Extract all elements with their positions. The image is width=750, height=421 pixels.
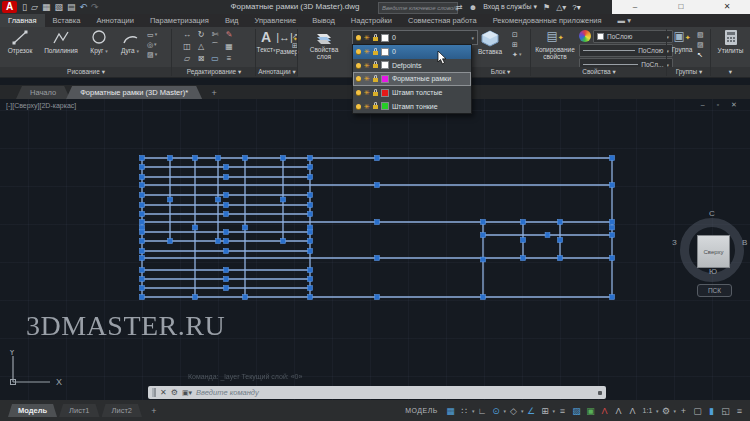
model-space-label[interactable]: МОДЕЛЬ bbox=[405, 407, 438, 414]
grip[interactable] bbox=[521, 220, 526, 225]
grip[interactable] bbox=[224, 239, 229, 244]
grip[interactable] bbox=[140, 256, 145, 261]
layer-on-icon[interactable] bbox=[356, 49, 361, 54]
layer-row-defpoints[interactable]: ✳ Defpoints bbox=[353, 59, 471, 73]
grip[interactable] bbox=[308, 212, 313, 217]
grip[interactable] bbox=[193, 295, 198, 300]
grip[interactable] bbox=[610, 225, 615, 230]
grip[interactable] bbox=[140, 156, 145, 161]
grip[interactable] bbox=[168, 197, 173, 202]
selection-cycling-icon[interactable]: ▣ bbox=[584, 403, 597, 418]
layer-color-swatch[interactable] bbox=[381, 48, 389, 56]
grip[interactable] bbox=[308, 249, 313, 254]
annotation-visibility-icon[interactable]: Λ bbox=[598, 403, 611, 418]
scale-value[interactable]: 1:1 bbox=[640, 403, 655, 418]
grip[interactable] bbox=[610, 156, 615, 161]
grip[interactable] bbox=[375, 295, 380, 300]
grip[interactable] bbox=[168, 239, 173, 244]
grip[interactable] bbox=[375, 183, 380, 188]
grip[interactable] bbox=[308, 175, 313, 180]
layer-freeze-icon[interactable]: ✳ bbox=[364, 89, 370, 96]
grip[interactable] bbox=[610, 183, 615, 188]
grip[interactable] bbox=[308, 286, 313, 291]
chevron-down-icon[interactable]: ▾ bbox=[471, 35, 474, 41]
grip[interactable] bbox=[243, 156, 248, 161]
grip[interactable] bbox=[610, 220, 615, 225]
grip[interactable] bbox=[243, 225, 248, 230]
polar-tracking-icon[interactable]: ⊙ bbox=[489, 403, 502, 418]
grip[interactable] bbox=[140, 225, 145, 230]
grip[interactable] bbox=[308, 203, 313, 208]
layer-freeze-icon[interactable]: ✳ bbox=[364, 62, 370, 69]
layer-freeze-icon[interactable]: ✳ bbox=[364, 75, 370, 82]
layout-tab-list1[interactable]: Лист1 bbox=[59, 404, 99, 417]
grip[interactable] bbox=[558, 256, 563, 261]
grip[interactable] bbox=[375, 256, 380, 261]
grip[interactable] bbox=[140, 249, 145, 254]
annotation-autoscale-icon[interactable]: Λ bbox=[612, 403, 625, 418]
transparency-icon[interactable]: ▨ bbox=[570, 403, 583, 418]
grip[interactable] bbox=[308, 268, 313, 273]
hardware-accel-icon[interactable]: ▮ bbox=[705, 403, 718, 418]
clean-screen-icon[interactable]: ◱ bbox=[719, 403, 732, 418]
grip[interactable] bbox=[558, 220, 563, 225]
layer-color-swatch[interactable] bbox=[381, 102, 389, 110]
grip[interactable] bbox=[140, 286, 145, 291]
grip[interactable] bbox=[140, 183, 145, 188]
grip[interactable] bbox=[308, 156, 313, 161]
layer-row-0[interactable]: ✳ 0 bbox=[353, 45, 471, 59]
grip[interactable] bbox=[308, 230, 313, 235]
grip[interactable] bbox=[224, 193, 229, 198]
grip[interactable] bbox=[224, 175, 229, 180]
layer-color-swatch[interactable] bbox=[381, 61, 389, 69]
layer-on-icon[interactable] bbox=[356, 63, 361, 68]
grip[interactable] bbox=[140, 175, 145, 180]
grip[interactable] bbox=[281, 156, 286, 161]
layer-freeze-icon[interactable]: ✳ bbox=[364, 48, 370, 55]
layer-row-stamp-thin[interactable]: ✳ Штамп тонкие bbox=[353, 99, 471, 113]
customize-menu-icon[interactable]: ≡ bbox=[733, 403, 746, 418]
layout-tab-model[interactable]: Модель bbox=[8, 404, 57, 417]
layer-lock-icon[interactable] bbox=[373, 105, 378, 109]
grip[interactable] bbox=[521, 238, 526, 243]
grip[interactable] bbox=[481, 220, 486, 225]
grip[interactable] bbox=[224, 230, 229, 235]
layer-lock-icon[interactable] bbox=[373, 64, 378, 68]
grip[interactable] bbox=[140, 193, 145, 198]
file-tab-active[interactable]: Форматные рамки (3D Master)* bbox=[66, 86, 202, 99]
layer-row-stamp-thick[interactable]: ✳ Штамп толстые bbox=[353, 86, 471, 100]
layer-color-swatch[interactable] bbox=[381, 75, 389, 83]
grip[interactable] bbox=[140, 220, 145, 225]
grip[interactable] bbox=[521, 256, 526, 261]
grip[interactable] bbox=[558, 238, 563, 243]
workspace-gear-icon[interactable]: ⚙ bbox=[659, 403, 672, 418]
layer-lock-icon[interactable] bbox=[373, 78, 378, 82]
grip[interactable] bbox=[216, 197, 221, 202]
grip[interactable] bbox=[610, 256, 615, 261]
iso-draft-icon[interactable]: ◇ bbox=[507, 403, 520, 418]
grip[interactable] bbox=[224, 277, 229, 282]
grip[interactable] bbox=[224, 249, 229, 254]
grip[interactable] bbox=[308, 239, 313, 244]
grip[interactable] bbox=[140, 203, 145, 208]
grip[interactable] bbox=[308, 165, 313, 170]
grip[interactable] bbox=[140, 230, 145, 235]
grip[interactable] bbox=[140, 295, 145, 300]
grip[interactable] bbox=[308, 225, 313, 230]
grip[interactable] bbox=[375, 156, 380, 161]
grip[interactable] bbox=[610, 233, 615, 238]
layer-freeze-icon[interactable]: ✳ bbox=[364, 103, 370, 110]
grip[interactable] bbox=[481, 257, 486, 262]
grip[interactable] bbox=[140, 277, 145, 282]
grip[interactable] bbox=[308, 193, 313, 198]
ortho-icon[interactable]: ∟ bbox=[475, 403, 488, 418]
crosshair-icon[interactable]: + bbox=[677, 403, 690, 418]
annotation-scale-icon[interactable]: Λ bbox=[626, 403, 639, 418]
object-snap-icon[interactable]: ⊞ bbox=[538, 403, 551, 418]
grip[interactable] bbox=[140, 212, 145, 217]
grip[interactable] bbox=[224, 212, 229, 217]
layer-lock-icon[interactable] bbox=[373, 92, 378, 96]
grip[interactable] bbox=[545, 233, 550, 238]
grip[interactable] bbox=[243, 295, 248, 300]
grip[interactable] bbox=[140, 165, 145, 170]
